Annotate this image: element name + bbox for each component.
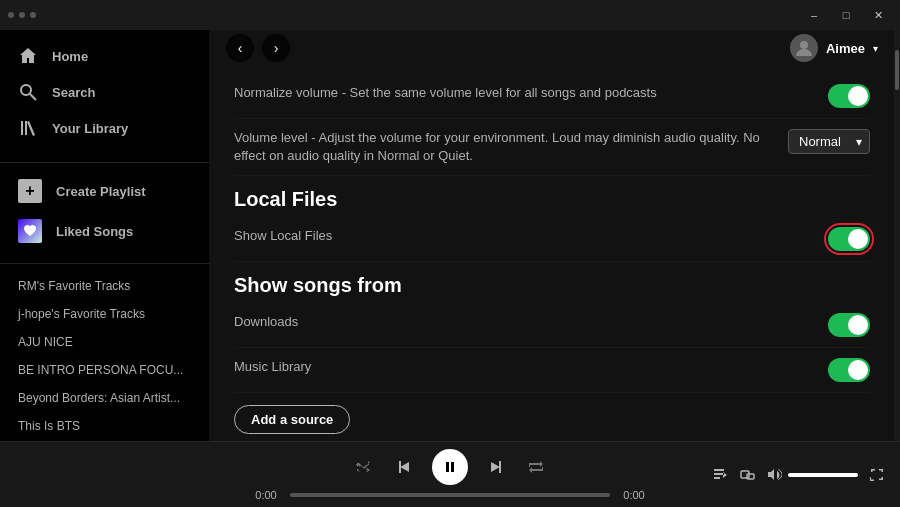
nav-arrows: ‹ › (226, 34, 290, 62)
add-source-area: Add a source (234, 393, 870, 441)
time-total: 0:00 (618, 489, 650, 501)
show-local-files-text: Show Local Files (234, 227, 828, 245)
forward-button[interactable]: › (262, 34, 290, 62)
player-center: 0:00 0:00 (216, 449, 684, 501)
scrollbar[interactable] (894, 30, 900, 441)
sidebar-liked-songs[interactable]: Liked Songs (8, 211, 201, 251)
sidebar: Home Search (0, 30, 210, 441)
svg-line-1 (30, 94, 36, 100)
volume-icon-button[interactable] (767, 467, 782, 482)
player-controls (352, 449, 548, 485)
devices-button[interactable] (740, 467, 755, 482)
volume-dropdown[interactable]: Quiet Normal Loud (788, 129, 870, 154)
scroll-thumb (895, 50, 899, 90)
downloads-control (828, 313, 870, 337)
svg-point-4 (800, 41, 808, 49)
home-icon (18, 46, 38, 66)
list-item[interactable]: Beyond Borders: Asian Artist... (8, 384, 201, 412)
downloads-row: Downloads (234, 303, 870, 348)
svg-rect-3 (25, 121, 27, 135)
content-area: ‹ › Aimee ▾ Normalize volume - Set the s… (210, 30, 894, 441)
sidebar-nav: Home Search (0, 38, 209, 154)
content-header: ‹ › Aimee ▾ (210, 30, 894, 66)
close-button[interactable]: ✕ (864, 5, 892, 25)
svg-rect-6 (451, 462, 454, 472)
queue-button[interactable] (713, 467, 728, 482)
progress-area: 0:00 0:00 (250, 489, 650, 501)
svg-point-0 (21, 85, 31, 95)
title-bar-dots (8, 12, 36, 18)
show-local-files-toggle[interactable] (828, 227, 870, 251)
music-library-text: Music Library (234, 358, 828, 376)
list-item[interactable]: BE INTRO PERSONA FOCU... (8, 356, 201, 384)
playlist-list: RM's Favorite Tracks j-hope's Favorite T… (0, 272, 209, 433)
list-item[interactable]: j-hope's Favorite Tracks (8, 300, 201, 328)
show-songs-from-title: Show songs from (234, 274, 870, 297)
avatar (790, 34, 818, 62)
back-button[interactable]: ‹ (226, 34, 254, 62)
title-dot-3 (30, 12, 36, 18)
sidebar-item-library[interactable]: Your Library (8, 110, 201, 146)
play-pause-button[interactable] (432, 449, 468, 485)
minimize-button[interactable]: – (800, 5, 828, 25)
volume-dropdown-wrapper[interactable]: Quiet Normal Loud (788, 129, 870, 154)
shuffle-button[interactable] (352, 455, 376, 479)
next-button[interactable] (484, 455, 508, 479)
sidebar-item-home[interactable]: Home (8, 38, 201, 74)
volume-slider[interactable] (788, 473, 858, 477)
music-library-row: Music Library (234, 348, 870, 393)
volume-level-control: Quiet Normal Loud (788, 129, 870, 154)
normalize-control (828, 84, 870, 108)
show-local-files-row: Show Local Files (234, 217, 870, 262)
sidebar-divider-2 (0, 263, 209, 264)
user-name: Aimee (826, 41, 865, 56)
title-dot-2 (19, 12, 25, 18)
settings-content: Normalize volume - Set the same volume l… (210, 66, 894, 441)
normalize-row: Normalize volume - Set the same volume l… (234, 74, 870, 119)
sidebar-divider-1 (0, 162, 209, 163)
downloads-toggle[interactable] (828, 313, 870, 337)
user-area[interactable]: Aimee ▾ (790, 34, 878, 62)
library-label: Your Library (52, 121, 128, 136)
normalize-toggle[interactable] (828, 84, 870, 108)
search-label: Search (52, 85, 95, 100)
title-bar: – □ ✕ (0, 0, 900, 30)
user-chevron-icon: ▾ (873, 43, 878, 54)
list-item[interactable]: This Is BTS (8, 412, 201, 433)
progress-bar[interactable] (290, 493, 610, 497)
local-files-title: Local Files (234, 188, 870, 211)
music-library-control (828, 358, 870, 382)
list-item[interactable]: AJU NICE (8, 328, 201, 356)
show-songs-from-header: Show songs from (234, 274, 870, 297)
player-right (684, 467, 884, 482)
create-playlist-label: Create Playlist (56, 184, 146, 199)
list-item[interactable]: RM's Favorite Tracks (8, 272, 201, 300)
window-controls: – □ ✕ (800, 5, 892, 25)
main-container: Home Search (0, 30, 900, 441)
previous-button[interactable] (392, 455, 416, 479)
add-source-button[interactable]: Add a source (234, 405, 350, 434)
normalize-text: Normalize volume - Set the same volume l… (234, 84, 828, 102)
music-library-toggle[interactable] (828, 358, 870, 382)
time-current: 0:00 (250, 489, 282, 501)
title-dot-1 (8, 12, 14, 18)
liked-songs-label: Liked Songs (56, 224, 133, 239)
liked-songs-icon (18, 219, 42, 243)
maximize-button[interactable]: □ (832, 5, 860, 25)
fullscreen-button[interactable] (870, 468, 884, 482)
library-icon (18, 118, 38, 138)
create-playlist-icon: + (18, 179, 42, 203)
svg-rect-8 (747, 474, 754, 479)
downloads-text: Downloads (234, 313, 828, 331)
player-bar: 0:00 0:00 (0, 441, 900, 507)
search-icon (18, 82, 38, 102)
volume-level-row: Volume level - Adjust the volume for you… (234, 119, 870, 176)
sidebar-create-playlist[interactable]: + Create Playlist (8, 171, 201, 211)
repeat-button[interactable] (524, 455, 548, 479)
local-files-header: Local Files (234, 188, 870, 211)
sidebar-section-actions: + Create Playlist Liked Songs (0, 171, 209, 251)
home-label: Home (52, 49, 88, 64)
volume-level-text: Volume level - Adjust the volume for you… (234, 129, 788, 165)
sidebar-item-search[interactable]: Search (8, 74, 201, 110)
show-local-files-control (828, 227, 870, 251)
